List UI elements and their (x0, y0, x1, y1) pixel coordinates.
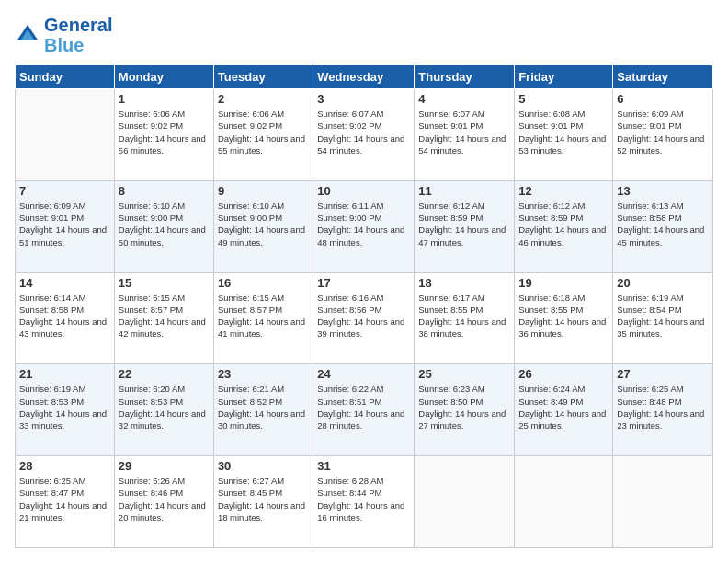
day-info: Sunrise: 6:19 AM Sunset: 8:53 PM Dayligh… (19, 383, 110, 431)
day-number: 8 (119, 184, 210, 198)
day-number: 17 (317, 276, 410, 290)
calendar-day: 16 Sunrise: 6:15 AM Sunset: 8:57 PM Dayl… (213, 272, 313, 364)
calendar-day: 23 Sunrise: 6:21 AM Sunset: 8:52 PM Dayl… (213, 364, 313, 456)
calendar-day: 6 Sunrise: 6:09 AM Sunset: 9:01 PM Dayli… (613, 89, 713, 181)
calendar-week: 7 Sunrise: 6:09 AM Sunset: 9:01 PM Dayli… (16, 180, 713, 272)
day-info: Sunrise: 6:10 AM Sunset: 9:00 PM Dayligh… (218, 200, 309, 248)
day-number: 20 (617, 276, 709, 290)
day-info: Sunrise: 6:15 AM Sunset: 8:57 PM Dayligh… (218, 292, 309, 340)
day-number: 21 (19, 367, 110, 381)
day-info: Sunrise: 6:16 AM Sunset: 8:56 PM Dayligh… (317, 292, 410, 340)
day-number: 13 (617, 184, 709, 198)
day-info: Sunrise: 6:14 AM Sunset: 8:58 PM Dayligh… (19, 292, 110, 340)
day-number: 1 (119, 92, 210, 106)
weekday-row: SundayMondayTuesdayWednesdayThursdayFrid… (16, 65, 713, 89)
day-info: Sunrise: 6:06 AM Sunset: 9:02 PM Dayligh… (119, 108, 210, 156)
calendar-day (16, 89, 115, 181)
day-number: 6 (617, 92, 709, 106)
day-number: 15 (119, 276, 210, 290)
weekday-header: Sunday (16, 65, 115, 89)
header: General Blue (15, 15, 713, 55)
calendar-day: 7 Sunrise: 6:09 AM Sunset: 9:01 PM Dayli… (16, 180, 115, 272)
calendar-day: 10 Sunrise: 6:11 AM Sunset: 9:00 PM Dayl… (313, 180, 415, 272)
calendar-day: 4 Sunrise: 6:07 AM Sunset: 9:01 PM Dayli… (415, 89, 515, 181)
calendar-day: 28 Sunrise: 6:25 AM Sunset: 8:47 PM Dayl… (16, 456, 115, 548)
calendar-day: 29 Sunrise: 6:26 AM Sunset: 8:46 PM Dayl… (114, 456, 213, 548)
calendar-day (415, 456, 515, 548)
calendar-day (613, 456, 713, 548)
weekday-header: Saturday (613, 65, 713, 89)
day-number: 14 (19, 276, 110, 290)
day-info: Sunrise: 6:07 AM Sunset: 9:01 PM Dayligh… (418, 108, 510, 156)
calendar-header: SundayMondayTuesdayWednesdayThursdayFrid… (16, 65, 713, 89)
day-number: 16 (218, 276, 309, 290)
calendar-week: 14 Sunrise: 6:14 AM Sunset: 8:58 PM Dayl… (16, 272, 713, 364)
day-number: 22 (119, 367, 210, 381)
day-info: Sunrise: 6:21 AM Sunset: 8:52 PM Dayligh… (218, 383, 309, 431)
day-info: Sunrise: 6:11 AM Sunset: 9:00 PM Dayligh… (317, 200, 410, 248)
day-number: 2 (218, 92, 309, 106)
calendar-day: 8 Sunrise: 6:10 AM Sunset: 9:00 PM Dayli… (114, 180, 213, 272)
calendar-day: 31 Sunrise: 6:28 AM Sunset: 8:44 PM Dayl… (313, 456, 415, 548)
calendar-day: 19 Sunrise: 6:18 AM Sunset: 8:55 PM Dayl… (515, 272, 613, 364)
day-number: 18 (418, 276, 510, 290)
day-number: 26 (518, 367, 609, 381)
day-number: 9 (218, 184, 309, 198)
day-number: 19 (518, 276, 609, 290)
day-number: 3 (317, 92, 410, 106)
calendar-week: 28 Sunrise: 6:25 AM Sunset: 8:47 PM Dayl… (16, 456, 713, 548)
day-info: Sunrise: 6:25 AM Sunset: 8:48 PM Dayligh… (617, 383, 709, 431)
day-info: Sunrise: 6:17 AM Sunset: 8:55 PM Dayligh… (418, 292, 510, 340)
day-info: Sunrise: 6:15 AM Sunset: 8:57 PM Dayligh… (119, 292, 210, 340)
calendar-day: 2 Sunrise: 6:06 AM Sunset: 9:02 PM Dayli… (213, 89, 313, 181)
day-info: Sunrise: 6:25 AM Sunset: 8:47 PM Dayligh… (19, 475, 110, 523)
calendar-day: 21 Sunrise: 6:19 AM Sunset: 8:53 PM Dayl… (16, 364, 115, 456)
day-info: Sunrise: 6:13 AM Sunset: 8:58 PM Dayligh… (617, 200, 709, 248)
day-info: Sunrise: 6:07 AM Sunset: 9:02 PM Dayligh… (317, 108, 410, 156)
day-info: Sunrise: 6:09 AM Sunset: 9:01 PM Dayligh… (19, 200, 110, 248)
weekday-header: Tuesday (213, 65, 313, 89)
calendar-day: 24 Sunrise: 6:22 AM Sunset: 8:51 PM Dayl… (313, 364, 415, 456)
day-number: 29 (119, 459, 210, 473)
calendar-day: 11 Sunrise: 6:12 AM Sunset: 8:59 PM Dayl… (415, 180, 515, 272)
calendar-day: 27 Sunrise: 6:25 AM Sunset: 8:48 PM Dayl… (613, 364, 713, 456)
day-number: 10 (317, 184, 410, 198)
weekday-header: Thursday (415, 65, 515, 89)
calendar-day: 1 Sunrise: 6:06 AM Sunset: 9:02 PM Dayli… (114, 89, 213, 181)
day-number: 24 (317, 367, 410, 381)
logo-text: General Blue (44, 15, 112, 55)
day-number: 25 (418, 367, 510, 381)
calendar-day: 30 Sunrise: 6:27 AM Sunset: 8:45 PM Dayl… (213, 456, 313, 548)
calendar-day: 5 Sunrise: 6:08 AM Sunset: 9:01 PM Dayli… (515, 89, 613, 181)
weekday-header: Wednesday (313, 65, 415, 89)
calendar-body: 1 Sunrise: 6:06 AM Sunset: 9:02 PM Dayli… (16, 89, 713, 548)
calendar-day: 12 Sunrise: 6:12 AM Sunset: 8:59 PM Dayl… (515, 180, 613, 272)
day-info: Sunrise: 6:10 AM Sunset: 9:00 PM Dayligh… (119, 200, 210, 248)
day-number: 27 (617, 367, 709, 381)
day-info: Sunrise: 6:09 AM Sunset: 9:01 PM Dayligh… (617, 108, 709, 156)
day-info: Sunrise: 6:22 AM Sunset: 8:51 PM Dayligh… (317, 383, 410, 431)
day-info: Sunrise: 6:06 AM Sunset: 9:02 PM Dayligh… (218, 108, 309, 156)
day-number: 12 (518, 184, 609, 198)
day-number: 5 (518, 92, 609, 106)
weekday-header: Friday (515, 65, 613, 89)
calendar-table: SundayMondayTuesdayWednesdayThursdayFrid… (15, 64, 713, 548)
day-number: 4 (418, 92, 510, 106)
calendar-day (515, 456, 613, 548)
weekday-header: Monday (114, 65, 213, 89)
day-number: 30 (218, 459, 309, 473)
day-info: Sunrise: 6:28 AM Sunset: 8:44 PM Dayligh… (317, 475, 410, 523)
calendar-day: 9 Sunrise: 6:10 AM Sunset: 9:00 PM Dayli… (213, 180, 313, 272)
day-info: Sunrise: 6:18 AM Sunset: 8:55 PM Dayligh… (518, 292, 609, 340)
calendar-day: 18 Sunrise: 6:17 AM Sunset: 8:55 PM Dayl… (415, 272, 515, 364)
calendar-day: 13 Sunrise: 6:13 AM Sunset: 8:58 PM Dayl… (613, 180, 713, 272)
day-number: 7 (19, 184, 110, 198)
calendar-day: 25 Sunrise: 6:23 AM Sunset: 8:50 PM Dayl… (415, 364, 515, 456)
logo-icon (15, 22, 40, 48)
calendar-day: 20 Sunrise: 6:19 AM Sunset: 8:54 PM Dayl… (613, 272, 713, 364)
calendar-day: 3 Sunrise: 6:07 AM Sunset: 9:02 PM Dayli… (313, 89, 415, 181)
day-info: Sunrise: 6:12 AM Sunset: 8:59 PM Dayligh… (518, 200, 609, 248)
day-info: Sunrise: 6:23 AM Sunset: 8:50 PM Dayligh… (418, 383, 510, 431)
day-number: 11 (418, 184, 510, 198)
page: General Blue SundayMondayTuesdayWednesda… (0, 0, 728, 563)
